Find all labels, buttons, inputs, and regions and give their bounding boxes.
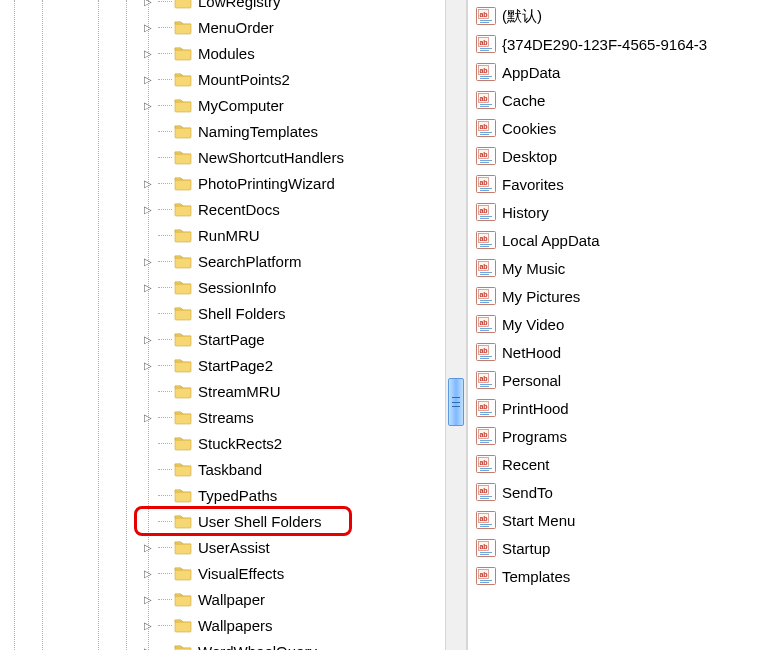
value-row[interactable]: ab Cookies bbox=[476, 114, 773, 142]
tree-item-label: Wallpapers bbox=[198, 617, 272, 634]
expand-triangle-icon[interactable]: ▷ bbox=[142, 411, 154, 423]
tree-connector bbox=[158, 1, 172, 2]
tree-item-label: MenuOrder bbox=[198, 19, 274, 36]
string-value-icon: ab bbox=[476, 35, 496, 53]
tree-item-label: RunMRU bbox=[198, 227, 260, 244]
expand-triangle-icon[interactable]: ▷ bbox=[142, 567, 154, 579]
tree-item[interactable]: ▷ PhotoPrintingWizard bbox=[0, 170, 344, 196]
expand-triangle-icon[interactable]: ▷ bbox=[142, 619, 154, 631]
svg-text:ab: ab bbox=[479, 403, 487, 410]
value-row[interactable]: ab My Video bbox=[476, 310, 773, 338]
vertical-scrollbar[interactable] bbox=[445, 0, 467, 650]
value-name: Cookies bbox=[502, 120, 556, 137]
svg-rect-38 bbox=[480, 216, 492, 217]
value-row[interactable]: ab Favorites bbox=[476, 170, 773, 198]
expand-triangle-icon[interactable]: ▷ bbox=[142, 21, 154, 33]
value-row[interactable]: ab Cache bbox=[476, 86, 773, 114]
svg-rect-58 bbox=[480, 328, 492, 329]
expand-triangle-icon[interactable]: ▷ bbox=[142, 281, 154, 293]
expand-triangle-icon[interactable]: ▷ bbox=[142, 99, 154, 111]
tree-item-label: RecentDocs bbox=[198, 201, 280, 218]
value-row[interactable]: ab Personal bbox=[476, 366, 773, 394]
tree-item[interactable]: ▷ Streams bbox=[0, 404, 344, 430]
tree-connector bbox=[158, 417, 172, 418]
folder-icon bbox=[174, 565, 192, 581]
value-row[interactable]: ab AppData bbox=[476, 58, 773, 86]
expand-triangle-icon[interactable]: ▷ bbox=[142, 177, 154, 189]
tree-item[interactable]: ▷ Wallpapers bbox=[0, 612, 344, 638]
tree-item[interactable]: ▷ SearchPlatform bbox=[0, 248, 344, 274]
expand-triangle-icon[interactable]: ▷ bbox=[142, 333, 154, 345]
value-row[interactable]: ab History bbox=[476, 198, 773, 226]
tree-item[interactable]: User Shell Folders bbox=[0, 508, 344, 534]
tree-item[interactable]: ▷ LowRegistry bbox=[0, 0, 344, 14]
svg-text:ab: ab bbox=[479, 459, 487, 466]
value-row[interactable]: ab SendTo bbox=[476, 478, 773, 506]
value-row[interactable]: ab Local AppData bbox=[476, 226, 773, 254]
expand-triangle-icon[interactable]: ▷ bbox=[142, 593, 154, 605]
string-value-icon: ab bbox=[476, 539, 496, 557]
tree-item[interactable]: Shell Folders bbox=[0, 300, 344, 326]
value-name: {374DE290-123F-4565-9164-3 bbox=[502, 36, 707, 53]
scrollbar-thumb[interactable] bbox=[448, 378, 464, 426]
value-name: Recent bbox=[502, 456, 550, 473]
folder-icon bbox=[174, 227, 192, 243]
tree-item[interactable]: ▷ RecentDocs bbox=[0, 196, 344, 222]
value-row[interactable]: ab NetHood bbox=[476, 338, 773, 366]
tree-item[interactable]: ▷ MyComputer bbox=[0, 92, 344, 118]
tree-item[interactable]: TypedPaths bbox=[0, 482, 344, 508]
expand-triangle-icon[interactable]: ▷ bbox=[142, 541, 154, 553]
value-row[interactable]: ab My Pictures bbox=[476, 282, 773, 310]
expand-triangle-icon[interactable]: ▷ bbox=[142, 0, 154, 7]
svg-rect-48 bbox=[480, 272, 492, 273]
tree-item[interactable]: NewShortcutHandlers bbox=[0, 144, 344, 170]
tree-connector bbox=[158, 183, 172, 184]
tree-item[interactable]: ▷ Modules bbox=[0, 40, 344, 66]
expand-triangle-icon[interactable]: ▷ bbox=[142, 645, 154, 650]
value-row[interactable]: ab {374DE290-123F-4565-9164-3 bbox=[476, 30, 773, 58]
svg-rect-63 bbox=[480, 356, 492, 357]
tree-item[interactable]: ▷ StartPage bbox=[0, 326, 344, 352]
value-row[interactable]: ab Startup bbox=[476, 534, 773, 562]
folder-icon bbox=[174, 461, 192, 477]
tree-item[interactable]: ▷ MenuOrder bbox=[0, 14, 344, 40]
tree-item[interactable]: Taskband bbox=[0, 456, 344, 482]
value-name: (默认) bbox=[502, 7, 542, 26]
tree-item[interactable]: RunMRU bbox=[0, 222, 344, 248]
tree-item[interactable]: ▷ StartPage2 bbox=[0, 352, 344, 378]
string-value-icon: ab bbox=[476, 119, 496, 137]
tree-connector bbox=[158, 391, 172, 392]
tree-connector bbox=[158, 53, 172, 54]
expand-triangle-icon[interactable]: ▷ bbox=[142, 73, 154, 85]
tree-connector bbox=[158, 573, 172, 574]
tree-item[interactable]: StuckRects2 bbox=[0, 430, 344, 456]
svg-rect-39 bbox=[480, 218, 489, 219]
tree-item[interactable]: ▷ SessionInfo bbox=[0, 274, 344, 300]
value-row[interactable]: ab My Music bbox=[476, 254, 773, 282]
value-row[interactable]: ab Recent bbox=[476, 450, 773, 478]
tree-item-label: TypedPaths bbox=[198, 487, 277, 504]
value-row[interactable]: ab Start Menu bbox=[476, 506, 773, 534]
tree-item[interactable]: NamingTemplates bbox=[0, 118, 344, 144]
registry-tree[interactable]: ▷ LowRegistry▷ MenuOrder▷ Modules▷ Mount… bbox=[0, 0, 344, 650]
string-value-icon: ab bbox=[476, 287, 496, 305]
scrollbar-track[interactable] bbox=[448, 0, 464, 650]
expand-triangle-icon[interactable]: ▷ bbox=[142, 203, 154, 215]
tree-item[interactable]: ▷ VisualEffects bbox=[0, 560, 344, 586]
tree-item[interactable]: ▷ WordWheelQuery bbox=[0, 638, 344, 650]
value-row[interactable]: ab Desktop bbox=[476, 142, 773, 170]
expand-triangle-icon[interactable]: ▷ bbox=[142, 47, 154, 59]
tree-item[interactable]: ▷ MountPoints2 bbox=[0, 66, 344, 92]
value-row[interactable]: ab Programs bbox=[476, 422, 773, 450]
value-row[interactable]: ab PrintHood bbox=[476, 394, 773, 422]
svg-rect-68 bbox=[480, 384, 492, 385]
tree-item[interactable]: ▷ Wallpaper bbox=[0, 586, 344, 612]
tree-item[interactable]: StreamMRU bbox=[0, 378, 344, 404]
value-row[interactable]: ab (默认) bbox=[476, 2, 773, 30]
expand-triangle-icon[interactable]: ▷ bbox=[142, 255, 154, 267]
tree-connector bbox=[158, 625, 172, 626]
expand-triangle-icon[interactable]: ▷ bbox=[142, 359, 154, 371]
tree-item-label: StreamMRU bbox=[198, 383, 281, 400]
value-row[interactable]: ab Templates bbox=[476, 562, 773, 590]
tree-item[interactable]: ▷ UserAssist bbox=[0, 534, 344, 560]
